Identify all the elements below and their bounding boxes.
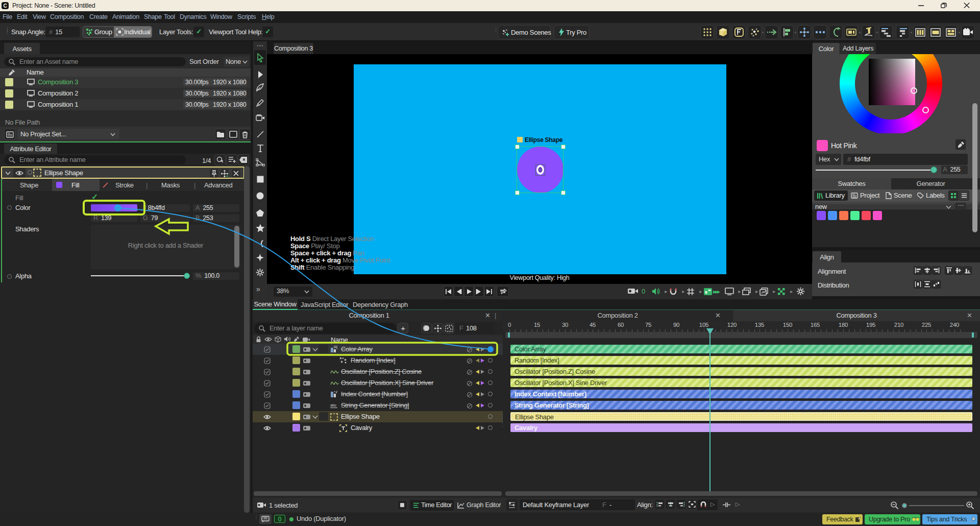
svg-text:abc: abc <box>330 403 336 408</box>
